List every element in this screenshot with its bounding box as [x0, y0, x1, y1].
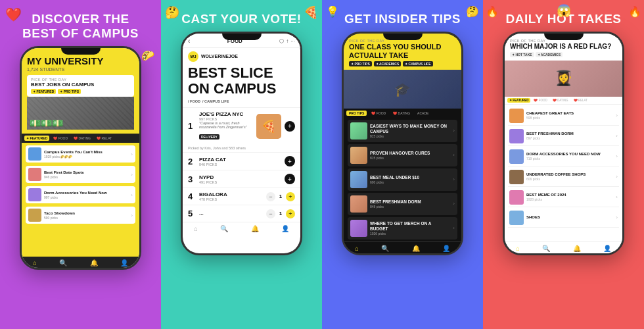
- p2-header-icons: ⬡ ↑ ···: [279, 38, 295, 44]
- item-info: EASIEST WAYS TO MAKE MONEY ON CAMPUS 815…: [370, 124, 450, 138]
- list-item[interactable]: DORM ACCESSORIES YOU NEED NOW 719 picks …: [508, 147, 619, 166]
- list-item[interactable]: BEST MEME OF 2024 1928 picks ›: [508, 188, 619, 207]
- vote-minus-button[interactable]: −: [266, 209, 275, 218]
- item-name: EASIEST WAYS TO MAKE MONEY ON CAMPUS: [370, 124, 450, 134]
- search-icon[interactable]: 🔍: [381, 245, 389, 252]
- vote-item[interactable]: 5 ... − 1 +: [183, 205, 300, 222]
- p3-tab-protips[interactable]: PRO TIPS: [346, 111, 367, 116]
- home-icon[interactable]: ⌂: [355, 245, 359, 252]
- list-item[interactable]: UNDERRATED COFFEE SHOPS 606 picks ›: [508, 168, 619, 187]
- back-icon[interactable]: ‹: [188, 38, 190, 45]
- item-picks: 600 picks: [370, 180, 450, 184]
- list-item[interactable]: CHEAPEST GREAT EATS 598 picks ›: [508, 107, 619, 126]
- p2-user-row: WJ WOLVERINEJOE: [183, 48, 300, 65]
- vote-item[interactable]: 3 NYPD 491 PICKS +: [183, 170, 300, 188]
- search-icon[interactable]: 🔍: [542, 245, 550, 252]
- home-icon[interactable]: ⌂: [194, 225, 198, 232]
- item-info: PIZZA CAT 846 PICKS: [199, 157, 281, 166]
- bell-icon[interactable]: 🔔: [251, 225, 259, 232]
- home-icon[interactable]: ⌂: [33, 259, 37, 266]
- person-icon[interactable]: 👤: [442, 245, 450, 252]
- list-item[interactable]: BEST MEAL UNDER $10 600 picks ›: [348, 168, 457, 191]
- p4-pick-title: WHICH MAJOR IS A RED FLAG?: [510, 43, 617, 51]
- more-icon[interactable]: ···: [290, 38, 295, 44]
- vote-item[interactable]: 2 PIZZA CAT 846 PICKS +: [183, 152, 300, 170]
- vote-plus-button[interactable]: +: [286, 192, 295, 201]
- p4-list: CHEAPEST GREAT EATS 598 picks › BEST FRE…: [505, 105, 622, 241]
- p3-pick-title: ONE CLASS YOU SHOULDACTUALLY TAKE: [349, 43, 456, 60]
- list-item[interactable]: EASIEST WAYS TO MAKE MONEY ON CAMPUS 815…: [348, 120, 457, 142]
- list-item[interactable]: BEST FRESHMAN DORM 897 picks ›: [508, 127, 619, 146]
- p1-tab-dating[interactable]: ❤️ DATING: [72, 136, 93, 141]
- list-item[interactable]: Campus Events You Can't Miss 1928 picks …: [26, 145, 135, 163]
- list-item[interactable]: PROVEN HANGOVER CUREs 815 picks ›: [348, 144, 457, 166]
- p1-tabs: ✦ FEATURED ❤️ FOOD ❤️ DATING ❤️ RELAT: [22, 134, 139, 143]
- emoji-scream: 😱: [557, 3, 571, 18]
- p3-tab-food[interactable]: ❤️ FOOD: [369, 111, 388, 116]
- phone-2: ‹ FOOD ⬡ ↑ ··· WJ WOLVERINEJOE BEST SLIC…: [181, 32, 302, 255]
- person-icon[interactable]: 👤: [281, 225, 289, 232]
- item-text: Taco Showdown 590 picks: [44, 211, 128, 220]
- p1-tab-relat[interactable]: ❤️ RELAT: [95, 136, 114, 141]
- item-name: UNDERRATED COFFEE SHOPS: [526, 172, 613, 177]
- emoji-fire-right: 🔥: [628, 5, 641, 18]
- search-icon[interactable]: 🔍: [59, 259, 67, 266]
- bell-icon[interactable]: 🔔: [90, 259, 98, 266]
- p4-tag-academics: ✦ ACADEMICS: [536, 52, 563, 57]
- chevron-right-icon: ›: [616, 133, 618, 139]
- item-thumb: [509, 129, 524, 143]
- p3-tab-acade[interactable]: ACADE: [415, 111, 431, 116]
- add-button[interactable]: +: [285, 156, 295, 166]
- bookmark-icon[interactable]: ⬡: [279, 38, 284, 44]
- item-picks: 606 picks: [526, 177, 613, 181]
- person-icon[interactable]: 👤: [120, 259, 128, 266]
- chevron-right-icon: ›: [131, 151, 133, 157]
- item-thumb: [28, 168, 41, 181]
- home-icon[interactable]: ⌂: [516, 245, 520, 252]
- item-name: PROVEN HANGOVER CUREs: [370, 151, 450, 156]
- list-item[interactable]: Best First Date Spots 946 picks ›: [26, 166, 135, 183]
- item-picks: 598 picks: [526, 116, 613, 120]
- add-button[interactable]: +: [285, 121, 295, 132]
- tag-campuslife: ✦ CAMPUS LIFE: [403, 61, 432, 66]
- item-info: BEST FRESHMAN DORM 897 picks: [526, 132, 613, 140]
- vote-item[interactable]: 1 JOE'S PIZZA NYC 997 PICKS "Caprese is …: [183, 107, 300, 144]
- item-picks: 846 PICKS: [199, 163, 281, 166]
- vote-minus-button[interactable]: −: [266, 192, 275, 201]
- list-item[interactable]: Taco Showdown 590 picks ›: [26, 207, 135, 224]
- p4-tab-featured[interactable]: ✦ FEATURED: [507, 98, 530, 103]
- p4-tab-relat[interactable]: ❤️ RELAT: [572, 98, 589, 103]
- bell-icon[interactable]: 🔔: [573, 245, 581, 252]
- item-name: WHERE TO GET MERCH ON A BUDGET: [370, 221, 450, 232]
- item-thumb: [350, 220, 367, 237]
- vote-item[interactable]: 4 BIGALORA 478 PICKS − 1 +: [183, 188, 300, 205]
- p1-tab-featured[interactable]: ✦ FEATURED: [24, 136, 49, 141]
- list-item[interactable]: SHOES ›: [508, 209, 619, 228]
- person-icon[interactable]: 👤: [603, 245, 611, 252]
- rank-number: 1: [188, 121, 196, 131]
- search-icon[interactable]: 🔍: [220, 225, 228, 232]
- p3-tab-dating[interactable]: ❤️ DATING: [390, 111, 413, 116]
- list-item[interactable]: Dorm Accessories You Need Now 997 picks …: [26, 186, 135, 203]
- chevron-right-icon: ›: [131, 213, 133, 218]
- item-name: Best First Date Spots: [44, 170, 128, 175]
- list-item[interactable]: BEST FRESHMAN DORM 848 picks ›: [348, 193, 457, 215]
- p1-hero-image: 💵💵💵: [27, 97, 134, 130]
- chevron-right-icon: ›: [616, 194, 618, 200]
- p1-tab-food[interactable]: ❤️ FOOD: [51, 136, 70, 141]
- picked-by-text: Picked by Kris, John and 583 others: [183, 144, 300, 152]
- item-meta: 946 picks: [44, 175, 128, 179]
- rank-number: 3: [188, 174, 196, 184]
- vote-plus-button[interactable]: +: [286, 209, 295, 218]
- item-info: BEST FRESHMAN DORM 848 picks: [370, 199, 450, 209]
- p4-tab-dating[interactable]: ❤️ DATING: [551, 98, 570, 103]
- share-icon[interactable]: ↑: [286, 38, 288, 44]
- p4-tab-food[interactable]: ❤️ FOOD: [532, 98, 549, 103]
- vote-count: 1: [277, 193, 284, 199]
- list-item[interactable]: WHERE TO GET MERCH ON A BUDGET 1026 pick…: [348, 217, 457, 240]
- bell-icon[interactable]: 🔔: [412, 245, 420, 252]
- add-button[interactable]: +: [285, 174, 295, 184]
- item-meta: 590 picks: [44, 216, 128, 220]
- item-name: Campus Events You Can't Miss: [44, 150, 128, 155]
- p2-main-title: BEST SLICEON CAMPUS: [183, 65, 300, 99]
